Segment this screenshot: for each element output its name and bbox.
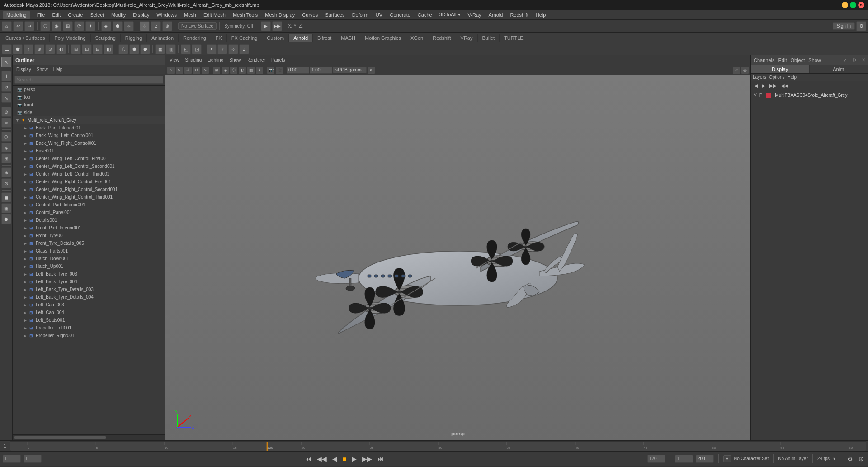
vp-icon-light[interactable]: ☀ [255,66,264,74]
menu-windows[interactable]: Windows [153,11,180,19]
outliner-item-front[interactable]: 📷 front [13,101,165,109]
icon-tool-20[interactable]: ⊹ [228,44,238,54]
vp-icon-cam1[interactable]: 📷 [267,66,275,74]
icon-tool-14[interactable]: ▦ [155,44,165,54]
icon-tool-15[interactable]: ▥ [166,44,176,54]
poly-tool-3[interactable]: ⊞ [1,153,11,163]
icon-tool-3[interactable]: ↑ [24,44,33,54]
menu-3dtoall[interactable]: 3DToAll ▾ [436,11,464,19]
list-item[interactable]: ▶ ⊞ Propeller_Right001 [13,332,165,339]
tab-sculpting[interactable]: Sculpting [91,34,121,42]
scroll-collapse-btn[interactable]: ◀◀ [779,82,789,89]
transform-tool[interactable]: ⊞ [63,21,73,31]
outliner-item-top[interactable]: 📷 top [13,93,165,101]
snap-tool-2[interactable]: ⊙ [1,178,11,188]
minimize-button[interactable]: ─ [842,2,848,8]
list-item[interactable]: ▶ ⊞ Base001 [13,147,165,155]
menu-vray[interactable]: V-Ray [465,11,485,19]
snap-tool-1[interactable]: ⊕ [1,167,11,177]
list-item[interactable]: ▶ ⊞ Propeller_Left001 [13,324,165,332]
tab-fx-caching[interactable]: FX Caching [227,34,262,42]
outliner-item-multi-role[interactable]: ▼ ✦ Multi_role_Aircraft_Grey [13,116,165,124]
menu-create[interactable]: Create [65,11,86,19]
panel-close-icon[interactable]: ✕ [862,57,865,62]
playback-end-input[interactable] [647,455,665,463]
fps-expand[interactable]: ▾ [832,456,836,461]
list-item[interactable]: ▶ ⊞ Center_Wing_Right_Control_Second001 [13,186,165,193]
close-button[interactable]: ✕ [858,2,864,8]
tab-rendering[interactable]: Rendering [179,34,211,42]
snap-grid[interactable]: ⊹ [140,21,150,31]
sign-in-button[interactable]: Sign In [833,22,855,30]
scale-snap[interactable]: ✦ [85,21,95,31]
redo-button[interactable]: ↪ [24,21,34,31]
icon-tool-7[interactable]: ⊞ [71,44,81,54]
icon-tool-5[interactable]: ⊙ [45,44,55,54]
menu-mesh-tools[interactable]: Mesh Tools [230,11,261,19]
edit-label[interactable]: Edit [778,57,787,63]
vp-icon-maximize[interactable]: ⤢ [732,66,741,74]
tab-bifrost[interactable]: Bifrost [313,34,336,42]
tab-anim[interactable]: Anim [810,65,868,73]
poly-tool-2[interactable]: ◈ [1,143,11,152]
goto-start-btn[interactable]: ⏮ [304,455,313,462]
list-item[interactable]: ▶ ⊞ Left_Seats001 [13,316,165,324]
scroll-left-btn[interactable]: ◀ [753,82,759,89]
tab-arnold[interactable]: Arnold [289,34,313,42]
menu-edit[interactable]: Edit [49,11,64,19]
more-tool-1[interactable]: ◈ [101,21,111,31]
list-item[interactable]: ▶ ⊞ Hatch_Up001 [13,262,165,270]
vp-icon-move[interactable]: ✛ [184,66,192,74]
vp-icon-cam2[interactable]: 🎥 [275,66,283,74]
menu-generate[interactable]: Generate [387,11,414,19]
tab-motion-graphics[interactable]: Motion Graphics [360,34,406,42]
list-item[interactable]: ▶ ⊞ Front_Part_Interior001 [13,224,165,232]
vp-value-input-2[interactable] [310,67,332,74]
step-fwd-btn[interactable]: ▶▶ [361,455,373,462]
select-mode-tool[interactable]: ↖ [1,57,11,67]
list-item[interactable]: ▶ ⊞ Center_Wing_Right_Control_Third001 [13,193,165,201]
menu-arnold[interactable]: Arnold [486,11,506,19]
outliner-item-side[interactable]: 📷 side [13,109,165,116]
tab-rigging[interactable]: Rigging [121,34,147,42]
play-forward-btn[interactable]: ▶ [350,455,358,462]
scale-tool[interactable]: ⤡ [1,93,11,103]
workspace-settings[interactable]: ⚙ [856,21,866,31]
vp-icon-scale[interactable]: ⤡ [201,66,209,74]
outliner-search-input[interactable] [14,76,163,84]
menu-mesh[interactable]: Mesh [181,11,199,19]
deform-tool-1[interactable]: ◼ [1,192,11,202]
fps-dropdown[interactable]: ▾ [723,455,731,462]
menu-uv[interactable]: UV [373,11,386,19]
menu-help[interactable]: Help [533,11,549,19]
list-item[interactable]: ▶ ⊞ Left_Back_Tyre_003 [13,270,165,278]
vp-icon-rotate[interactable]: ↺ [193,66,201,74]
list-item[interactable]: ▶ ⊞ Left_Back_Tyre_004 [13,278,165,286]
menu-curves[interactable]: Curves [299,11,321,19]
step-back-btn[interactable]: ◀◀ [316,455,328,462]
more-tool-3[interactable]: ⟡ [124,21,134,31]
snap-button[interactable]: ⌂ [2,21,12,31]
rotate-snap[interactable]: ⟳ [74,21,84,31]
menu-select[interactable]: Select [87,11,107,19]
outliner-hscroll[interactable] [13,434,165,440]
goto-end-btn[interactable]: ⏭ [376,455,385,462]
vp-icon-grid[interactable]: ⊞ [212,66,221,74]
icon-tool-18[interactable]: ✦ [207,44,217,54]
snap-curve[interactable]: ⊿ [151,21,161,31]
menu-mesh-display[interactable]: Mesh Display [262,11,298,19]
panel-settings-icon[interactable]: ⚙ [852,57,856,62]
menu-cache[interactable]: Cache [415,11,435,19]
viewport-3d[interactable]: front persp X Y Z [165,75,750,440]
icon-tool-2[interactable]: ⬟ [13,44,23,54]
menu-file[interactable]: File [34,11,48,19]
icon-tool-16[interactable]: ◱ [181,44,191,54]
vp-menu-show[interactable]: Show [227,57,243,63]
help-item[interactable]: Help [787,75,797,80]
vp-gamma-selector[interactable]: sRGB gamma [333,67,367,73]
vp-icon-iso[interactable]: ◈ [221,66,229,74]
vp-menu-panels[interactable]: Panels [269,57,288,63]
icon-tool-4[interactable]: ⊕ [34,44,44,54]
poly-tool-1[interactable]: ⬡ [1,132,11,142]
outliner-item-persp[interactable]: 📷 persp [13,86,165,93]
